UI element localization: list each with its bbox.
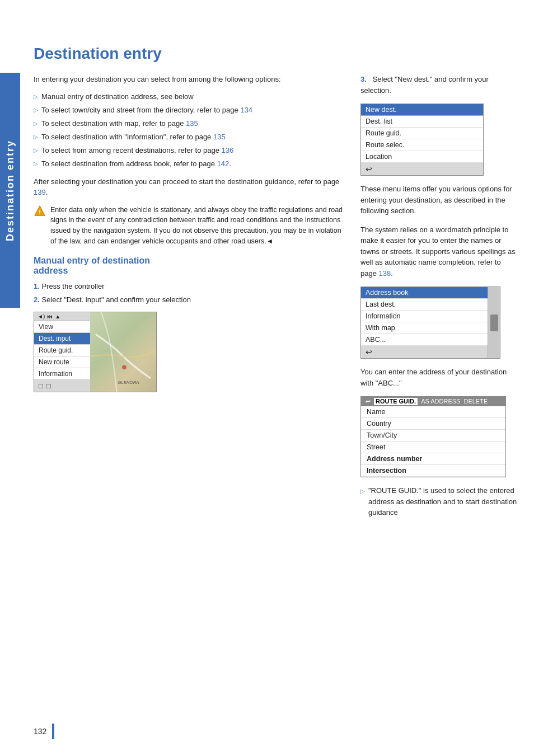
- right-para3: You can enter the address of your destin…: [360, 367, 517, 388]
- menu3-mockup: Address book Last dest. Information With…: [360, 287, 500, 359]
- menu-item-dest-input: Dest. input: [34, 333, 90, 345]
- header-icon: ◄): [38, 313, 45, 320]
- list-item: ▷ To select destination with map, refer …: [34, 119, 344, 129]
- left-column: In entering your destination you can sel…: [34, 74, 344, 518]
- list-item: ▷ To select destination with "Informatio…: [34, 132, 344, 142]
- svg-text:!: !: [39, 208, 41, 215]
- page-link[interactable]: 142: [217, 159, 229, 168]
- warning-text: Enter data only when the vehicle is stat…: [50, 205, 344, 247]
- menu-footer: □ □: [34, 380, 90, 392]
- list-item: ▷ To select town/city and street from th…: [34, 105, 344, 115]
- map-background: GLENORA: [90, 312, 156, 392]
- bullet-triangle-icon: ▷: [34, 106, 38, 114]
- after-list-para: After selecting your destination you can…: [34, 176, 344, 198]
- list-item: ▷ Manual entry of destination address, s…: [34, 92, 344, 102]
- sidebar-tab: Destination entry: [0, 73, 20, 308]
- page-title: Destination entry: [34, 45, 517, 63]
- addr-row-town-city: Town/City: [361, 430, 505, 442]
- step-number: 2.: [34, 295, 40, 304]
- page-link[interactable]: 139: [34, 188, 46, 196]
- menu3-item-abc: ABC...: [361, 334, 488, 346]
- page-number-bar: 132: [34, 724, 54, 739]
- svg-point-2: [122, 365, 127, 369]
- menu-item-route-guid: Route guid.: [34, 345, 90, 356]
- section-heading: Manual entry of destinationaddress: [34, 256, 344, 276]
- page-link[interactable]: 138: [379, 269, 391, 278]
- menu-header-bar: ◄) ⏮ ▲: [34, 312, 90, 321]
- menu-list: ◄) ⏮ ▲ View Dest. input Route guid. New …: [34, 312, 90, 392]
- route-guid-button[interactable]: ROUTE GUID.: [374, 398, 418, 405]
- page-link[interactable]: 136: [222, 146, 234, 154]
- bullet-list: ▷ Manual entry of destination address, s…: [34, 92, 344, 170]
- page-link[interactable]: 135: [213, 133, 226, 141]
- note-list: ▷ "ROUTE GUID." is used to select the en…: [360, 485, 517, 518]
- page-number: 132: [34, 727, 46, 736]
- list-item: ▷ To select from among recent destinatio…: [34, 145, 344, 156]
- list-item-text: To select destination with "Information"…: [41, 132, 226, 142]
- page-link[interactable]: 135: [186, 119, 198, 128]
- bullet-triangle-icon: ▷: [34, 133, 38, 141]
- right-para2: The system relies on a wordmatch princip…: [360, 224, 517, 279]
- bullet-triangle-icon: ▷: [34, 147, 38, 154]
- menu2-item-location: Location: [361, 151, 483, 163]
- menu2-item-route-selec: Route selec.: [361, 139, 483, 151]
- back-icon: ↩: [366, 348, 372, 356]
- menu3-item-information: Information: [361, 311, 488, 322]
- note-text: "ROUTE GUID." is used to select the ente…: [368, 485, 517, 518]
- menu-item-new-route: New route: [34, 356, 90, 368]
- menu2-footer: ↩: [361, 163, 483, 175]
- warning-box: ! Enter data only when the vehicle is st…: [34, 205, 344, 247]
- list-item-text: Manual entry of destination address, see…: [41, 92, 194, 102]
- step3-number: 3.: [360, 75, 367, 83]
- step-number: 1.: [34, 282, 40, 290]
- addr-row-intersection: Intersection: [361, 465, 505, 477]
- bullet-triangle-icon: ▷: [34, 120, 38, 128]
- list-item-text: To select destination from address book,…: [41, 159, 231, 169]
- intro-paragraph: In entering your destination you can sel…: [34, 74, 344, 85]
- step3-intro: 3. Select "New dest." and confirm your s…: [360, 74, 517, 96]
- addr-row-street: Street: [361, 442, 505, 453]
- header-icon: ⏮: [47, 313, 53, 320]
- menu2-mockup: New dest. Dest. list Route guid. Route s…: [360, 104, 484, 176]
- list-item-text: To select town/city and street from the …: [41, 105, 252, 115]
- warning-icon: !: [34, 205, 46, 247]
- menu2-item-dest-list: Dest. list: [361, 116, 483, 128]
- delete-label: DELETE: [463, 398, 488, 405]
- steps-list: 1. Press the controller 2. Select "Dest.…: [34, 281, 344, 305]
- header-icon: ▲: [55, 313, 60, 320]
- step-item: 2. Select "Dest. input" and confirm your…: [34, 295, 344, 305]
- bullet-triangle-icon: ▷: [34, 160, 38, 168]
- scrollbar[interactable]: [488, 287, 500, 358]
- page-link[interactable]: 134: [240, 106, 252, 114]
- menu3-list: Address book Last dest. Information With…: [361, 287, 488, 358]
- address-mockup: ↩ ROUTE GUID. AS ADDRESS DELETE Name Cou…: [360, 396, 506, 477]
- scrollbar-thumb: [490, 314, 498, 331]
- bullet-triangle-icon: ▷: [34, 93, 38, 101]
- map-roads-svg: GLENORA: [90, 312, 156, 392]
- footer-icon: □: [39, 382, 43, 390]
- bullet-triangle-icon: ▷: [360, 487, 365, 518]
- back-icon: ↩: [366, 165, 372, 173]
- svg-text:GLENORA: GLENORA: [118, 380, 139, 385]
- addr-row-country: Country: [361, 418, 505, 430]
- list-item-text: To select destination with map, refer to…: [41, 119, 198, 129]
- menu-item-view: View: [34, 321, 90, 333]
- back-icon: ↩: [366, 398, 371, 405]
- addr-row-name: Name: [361, 406, 505, 418]
- menu3-footer: ↩: [361, 346, 488, 358]
- step-text: Select "Dest. input" and confirm your se…: [41, 295, 190, 304]
- addr-row-address-number: Address number: [361, 453, 505, 465]
- as-address-label: AS ADDRESS: [421, 398, 460, 405]
- menu2-item-new-dest: New dest.: [361, 104, 483, 116]
- list-item: ▷ To select destination from address boo…: [34, 159, 344, 169]
- right-para1: These menu items offer you various optio…: [360, 184, 517, 217]
- note-item: ▷ "ROUTE GUID." is used to select the en…: [360, 485, 517, 518]
- menu-map-mockup: ◄) ⏮ ▲ View Dest. input Route guid. New …: [34, 312, 157, 392]
- footer-icon: □: [46, 382, 51, 390]
- menu3-item-address-book: Address book: [361, 287, 488, 299]
- list-item-text: To select from among recent destinations…: [41, 145, 233, 156]
- step-item: 1. Press the controller: [34, 281, 344, 292]
- menu2-item-route-guid: Route guid.: [361, 128, 483, 139]
- right-column: 3. Select "New dest." and confirm your s…: [360, 74, 517, 518]
- map-image: GLENORA: [90, 312, 156, 392]
